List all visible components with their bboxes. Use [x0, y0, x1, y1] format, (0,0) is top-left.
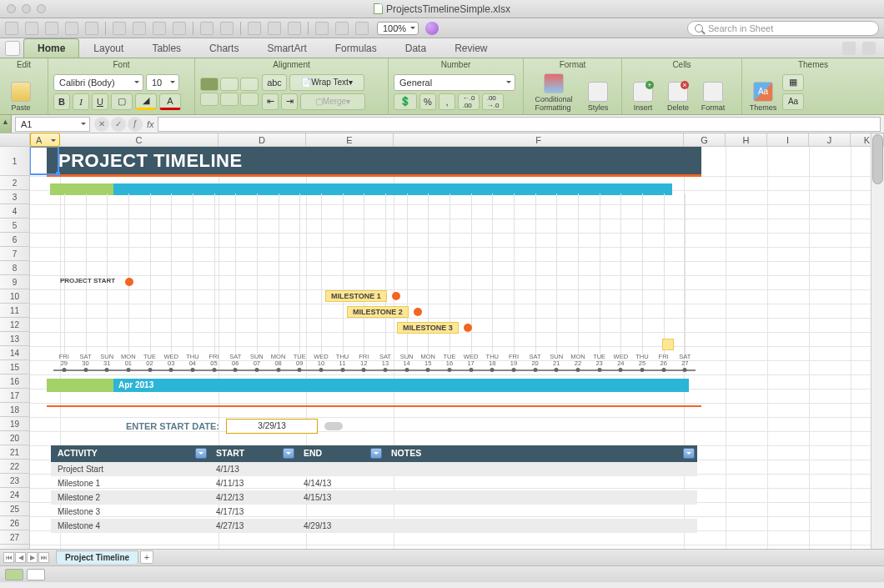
row-header[interactable]: 10 — [0, 289, 29, 304]
text-box-icon[interactable] — [355, 22, 369, 35]
autosum-icon[interactable] — [248, 22, 261, 35]
col-notes[interactable]: NOTES — [384, 445, 697, 462]
formula-bar-toggle[interactable]: ▲ — [0, 115, 12, 133]
decrease-decimal-button[interactable]: .00→.0 — [482, 93, 504, 110]
tab-layout[interactable]: Layout — [79, 38, 138, 58]
row-header[interactable]: 18 — [0, 403, 29, 417]
row-header[interactable]: 9 — [0, 275, 29, 289]
traffic-max-icon[interactable] — [37, 4, 46, 13]
align-grid[interactable] — [200, 78, 259, 106]
tab-tables[interactable]: Tables — [138, 38, 195, 58]
start-date-input[interactable]: 3/29/13 — [226, 419, 318, 434]
table-row[interactable]: Project Start4/1/13 — [51, 462, 697, 476]
font-name-select[interactable]: Calibri (Body) — [53, 74, 143, 91]
tab-charts[interactable]: Charts — [195, 38, 253, 58]
chart-icon[interactable] — [335, 22, 349, 35]
qat-icon[interactable] — [5, 22, 18, 35]
col-activity[interactable]: ACTIVITY — [51, 445, 209, 462]
vertical-scrollbar[interactable] — [871, 133, 884, 549]
currency-button[interactable]: 💲 — [394, 93, 417, 110]
styles-button[interactable]: Styles — [582, 72, 614, 112]
qat-icon[interactable] — [25, 22, 38, 35]
col-header[interactable]: E — [306, 133, 394, 146]
percent-button[interactable]: % — [419, 93, 436, 110]
row-header[interactable]: 2 — [0, 176, 29, 190]
tab-home[interactable]: Home — [23, 38, 79, 58]
row-header[interactable]: 27 — [0, 530, 29, 545]
date-slider[interactable] — [324, 422, 343, 430]
row-header[interactable]: 21 — [0, 445, 29, 460]
underline-button[interactable]: U — [92, 93, 108, 110]
fx-icon[interactable] — [315, 22, 329, 35]
row-headers[interactable]: 1234567891011121314151617181920212223242… — [0, 147, 30, 549]
filter-icon[interactable] — [283, 448, 294, 459]
row-header[interactable]: 23 — [0, 474, 29, 488]
undo-icon[interactable] — [200, 22, 213, 35]
fx-icon[interactable]: ƒ — [128, 117, 143, 132]
row-header[interactable]: 1 — [0, 147, 29, 176]
table-row[interactable]: Milestone 24/12/134/15/13 — [51, 490, 697, 505]
col-header[interactable]: C — [60, 133, 218, 146]
orientation-button[interactable]: abc — [262, 74, 287, 91]
ribbon-collapse-icon[interactable] — [842, 42, 856, 55]
sheet-tab[interactable]: Project Timeline — [56, 550, 138, 564]
row-header[interactable]: 8 — [0, 261, 29, 275]
table-row[interactable]: Milestone 34/17/13 — [51, 505, 697, 519]
theme-fonts-button[interactable]: Aa — [782, 93, 804, 110]
tab-review[interactable]: Review — [440, 38, 501, 58]
tab-formulas[interactable]: Formulas — [321, 38, 391, 58]
name-box[interactable]: A1 — [15, 117, 90, 132]
col-header[interactable]: J — [809, 133, 851, 146]
format-painter-icon[interactable] — [173, 22, 186, 35]
spreadsheet-grid[interactable]: ACDEFGHIJK 12345678910111213141516171819… — [0, 133, 884, 549]
font-color-button[interactable]: A — [159, 93, 181, 110]
conditional-formatting-button[interactable]: ConditionalFormatting — [529, 72, 579, 112]
redo-icon[interactable] — [220, 22, 234, 35]
search-input[interactable]: Search in Sheet — [687, 21, 879, 36]
last-sheet-icon[interactable]: ⏭ — [38, 552, 49, 563]
col-header[interactable]: G — [684, 133, 726, 146]
column-headers[interactable]: ACDEFGHIJK — [30, 133, 871, 147]
help-icon[interactable] — [425, 22, 439, 35]
page-layout-view-button[interactable] — [27, 569, 45, 580]
col-header[interactable]: I — [767, 133, 809, 146]
cancel-icon[interactable]: ✕ — [94, 117, 109, 132]
delete-button[interactable]: ×Delete — [662, 72, 694, 112]
row-header[interactable]: 14 — [0, 346, 29, 360]
row-header[interactable]: 7 — [0, 247, 29, 261]
indent-dec-button[interactable]: ⇤ — [262, 93, 279, 110]
indent-inc-button[interactable]: ⇥ — [281, 93, 298, 110]
home-icon[interactable] — [5, 41, 20, 56]
qat-icon[interactable] — [45, 22, 58, 35]
number-format-select[interactable]: General — [394, 74, 515, 91]
filter-icon[interactable] — [195, 448, 207, 459]
col-end[interactable]: END — [297, 445, 384, 462]
select-all-button[interactable] — [0, 133, 30, 147]
prev-sheet-icon[interactable]: ◀ — [15, 552, 26, 563]
table-row[interactable]: Milestone 44/27/134/29/13 — [51, 519, 697, 533]
italic-button[interactable]: I — [73, 93, 89, 110]
normal-view-button[interactable] — [5, 569, 23, 580]
row-header[interactable]: 24 — [0, 488, 29, 502]
bold-button[interactable]: B — [53, 93, 70, 110]
zoom-select[interactable]: 100% — [377, 22, 419, 35]
row-header[interactable]: 6 — [0, 233, 29, 247]
theme-colors-button[interactable]: ▦ — [782, 74, 804, 91]
comma-button[interactable]: , — [439, 93, 455, 110]
row-header[interactable]: 17 — [0, 389, 29, 403]
traffic-close-icon[interactable] — [7, 4, 16, 13]
row-header[interactable]: 22 — [0, 460, 29, 474]
paste-button[interactable]: Paste — [5, 72, 37, 112]
col-header[interactable]: K — [851, 133, 884, 146]
row-header[interactable]: 4 — [0, 204, 29, 219]
filter-icon[interactable] — [370, 448, 382, 459]
fill-color-button[interactable]: ◢ — [135, 93, 157, 110]
border-button[interactable]: ▢ — [111, 93, 133, 110]
col-header[interactable]: F — [394, 133, 684, 146]
merge-button[interactable]: ▢ Merge ▾ — [300, 93, 365, 110]
col-header[interactable]: D — [218, 133, 306, 146]
col-start[interactable]: START — [209, 445, 297, 462]
gear-icon[interactable] — [862, 42, 876, 55]
row-header[interactable]: 5 — [0, 219, 29, 233]
first-sheet-icon[interactable]: ⏮ — [3, 552, 14, 563]
